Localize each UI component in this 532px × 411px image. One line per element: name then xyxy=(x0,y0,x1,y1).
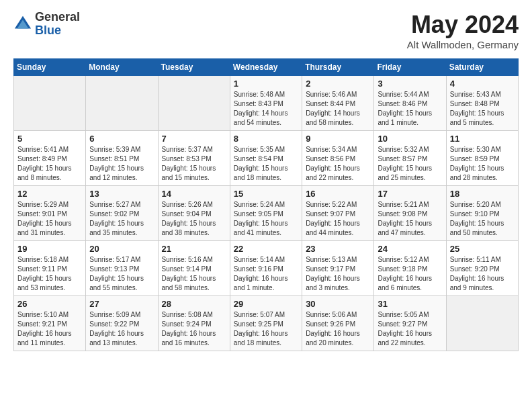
day-cell: 27Sunrise: 5:09 AM Sunset: 9:22 PM Dayli… xyxy=(86,296,158,351)
day-number: 7 xyxy=(162,134,226,144)
day-info: Sunrise: 5:32 AM Sunset: 8:57 PM Dayligh… xyxy=(378,145,442,183)
logo-icon xyxy=(13,15,32,34)
day-cell: 24Sunrise: 5:12 AM Sunset: 9:18 PM Dayli… xyxy=(374,241,446,296)
day-info: Sunrise: 5:26 AM Sunset: 9:04 PM Dayligh… xyxy=(162,200,226,238)
day-cell: 14Sunrise: 5:26 AM Sunset: 9:04 PM Dayli… xyxy=(158,186,230,241)
day-info: Sunrise: 5:05 AM Sunset: 9:27 PM Dayligh… xyxy=(378,310,442,348)
week-row-2: 5Sunrise: 5:41 AM Sunset: 8:49 PM Daylig… xyxy=(14,131,519,186)
day-number: 13 xyxy=(89,189,154,199)
day-info: Sunrise: 5:43 AM Sunset: 8:48 PM Dayligh… xyxy=(450,90,515,128)
day-info: Sunrise: 5:22 AM Sunset: 9:07 PM Dayligh… xyxy=(306,200,370,238)
day-number: 17 xyxy=(378,189,442,199)
day-info: Sunrise: 5:27 AM Sunset: 9:02 PM Dayligh… xyxy=(89,200,154,238)
day-info: Sunrise: 5:14 AM Sunset: 9:16 PM Dayligh… xyxy=(234,255,298,293)
day-cell: 31Sunrise: 5:05 AM Sunset: 9:27 PM Dayli… xyxy=(374,296,446,351)
day-number: 25 xyxy=(450,244,515,254)
weekday-header-row: Sunday Monday Tuesday Wednesday Thursday… xyxy=(14,59,519,76)
header-wednesday: Wednesday xyxy=(230,59,302,76)
day-cell xyxy=(86,76,158,131)
day-number: 23 xyxy=(306,244,370,254)
day-cell: 26Sunrise: 5:10 AM Sunset: 9:21 PM Dayli… xyxy=(14,296,86,351)
day-cell: 9Sunrise: 5:34 AM Sunset: 8:56 PM Daylig… xyxy=(302,131,374,186)
day-number: 26 xyxy=(17,299,82,309)
day-cell: 23Sunrise: 5:13 AM Sunset: 9:17 PM Dayli… xyxy=(302,241,374,296)
day-info: Sunrise: 5:44 AM Sunset: 8:46 PM Dayligh… xyxy=(378,90,442,128)
day-info: Sunrise: 5:41 AM Sunset: 8:49 PM Dayligh… xyxy=(17,145,82,183)
day-number: 8 xyxy=(234,134,298,144)
day-number: 16 xyxy=(306,189,370,199)
day-info: Sunrise: 5:08 AM Sunset: 9:24 PM Dayligh… xyxy=(162,310,226,348)
day-info: Sunrise: 5:11 AM Sunset: 9:20 PM Dayligh… xyxy=(450,255,515,293)
calendar-title: May 2024 xyxy=(407,11,519,39)
week-row-3: 12Sunrise: 5:29 AM Sunset: 9:01 PM Dayli… xyxy=(14,186,519,241)
day-number: 29 xyxy=(234,299,298,309)
day-info: Sunrise: 5:24 AM Sunset: 9:05 PM Dayligh… xyxy=(234,200,298,238)
day-number: 30 xyxy=(306,299,370,309)
day-number: 2 xyxy=(306,79,370,89)
logo-general-text: General xyxy=(35,11,80,24)
calendar-location: Alt Wallmoden, Germany xyxy=(407,39,519,50)
day-number: 6 xyxy=(89,134,154,144)
header-monday: Monday xyxy=(86,59,158,76)
day-info: Sunrise: 5:35 AM Sunset: 8:54 PM Dayligh… xyxy=(234,145,298,183)
day-cell: 22Sunrise: 5:14 AM Sunset: 9:16 PM Dayli… xyxy=(230,241,302,296)
day-number: 18 xyxy=(450,189,515,199)
header-thursday: Thursday xyxy=(302,59,374,76)
day-number: 9 xyxy=(306,134,370,144)
day-info: Sunrise: 5:20 AM Sunset: 9:10 PM Dayligh… xyxy=(450,200,515,238)
day-info: Sunrise: 5:37 AM Sunset: 8:53 PM Dayligh… xyxy=(162,145,226,183)
day-info: Sunrise: 5:09 AM Sunset: 9:22 PM Dayligh… xyxy=(89,310,154,348)
day-cell: 8Sunrise: 5:35 AM Sunset: 8:54 PM Daylig… xyxy=(230,131,302,186)
day-cell: 10Sunrise: 5:32 AM Sunset: 8:57 PM Dayli… xyxy=(374,131,446,186)
day-cell: 6Sunrise: 5:39 AM Sunset: 8:51 PM Daylig… xyxy=(86,131,158,186)
day-cell: 4Sunrise: 5:43 AM Sunset: 8:48 PM Daylig… xyxy=(446,76,518,131)
logo-blue-text: Blue xyxy=(35,24,80,38)
title-block: May 2024 Alt Wallmoden, Germany xyxy=(407,11,519,50)
day-number: 28 xyxy=(162,299,226,309)
day-info: Sunrise: 5:06 AM Sunset: 9:26 PM Dayligh… xyxy=(306,310,370,348)
day-number: 19 xyxy=(17,244,82,254)
day-info: Sunrise: 5:21 AM Sunset: 9:08 PM Dayligh… xyxy=(378,200,442,238)
day-cell: 1Sunrise: 5:48 AM Sunset: 8:43 PM Daylig… xyxy=(230,76,302,131)
day-number: 5 xyxy=(17,134,82,144)
page-header: General Blue May 2024 Alt Wallmoden, Ger… xyxy=(13,11,519,50)
day-cell: 11Sunrise: 5:30 AM Sunset: 8:59 PM Dayli… xyxy=(446,131,518,186)
day-cell: 2Sunrise: 5:46 AM Sunset: 8:44 PM Daylig… xyxy=(302,76,374,131)
calendar-table: Sunday Monday Tuesday Wednesday Thursday… xyxy=(13,58,519,351)
day-info: Sunrise: 5:18 AM Sunset: 9:11 PM Dayligh… xyxy=(17,255,82,293)
day-info: Sunrise: 5:39 AM Sunset: 8:51 PM Dayligh… xyxy=(89,145,154,183)
day-cell: 21Sunrise: 5:16 AM Sunset: 9:14 PM Dayli… xyxy=(158,241,230,296)
day-cell: 29Sunrise: 5:07 AM Sunset: 9:25 PM Dayli… xyxy=(230,296,302,351)
day-number: 21 xyxy=(162,244,226,254)
day-number: 31 xyxy=(378,299,442,309)
logo: General Blue xyxy=(13,11,80,38)
day-cell: 12Sunrise: 5:29 AM Sunset: 9:01 PM Dayli… xyxy=(14,186,86,241)
day-number: 10 xyxy=(378,134,442,144)
day-number: 24 xyxy=(378,244,442,254)
day-cell: 20Sunrise: 5:17 AM Sunset: 9:13 PM Dayli… xyxy=(86,241,158,296)
day-cell: 13Sunrise: 5:27 AM Sunset: 9:02 PM Dayli… xyxy=(86,186,158,241)
day-info: Sunrise: 5:48 AM Sunset: 8:43 PM Dayligh… xyxy=(234,90,298,128)
day-cell: 15Sunrise: 5:24 AM Sunset: 9:05 PM Dayli… xyxy=(230,186,302,241)
day-info: Sunrise: 5:07 AM Sunset: 9:25 PM Dayligh… xyxy=(234,310,298,348)
day-cell: 19Sunrise: 5:18 AM Sunset: 9:11 PM Dayli… xyxy=(14,241,86,296)
day-info: Sunrise: 5:12 AM Sunset: 9:18 PM Dayligh… xyxy=(378,255,442,293)
header-saturday: Saturday xyxy=(446,59,518,76)
day-number: 12 xyxy=(17,189,82,199)
header-tuesday: Tuesday xyxy=(158,59,230,76)
day-info: Sunrise: 5:34 AM Sunset: 8:56 PM Dayligh… xyxy=(306,145,370,183)
week-row-4: 19Sunrise: 5:18 AM Sunset: 9:11 PM Dayli… xyxy=(14,241,519,296)
day-cell xyxy=(14,76,86,131)
week-row-1: 1Sunrise: 5:48 AM Sunset: 8:43 PM Daylig… xyxy=(14,76,519,131)
day-cell: 5Sunrise: 5:41 AM Sunset: 8:49 PM Daylig… xyxy=(14,131,86,186)
day-number: 20 xyxy=(89,244,154,254)
day-cell: 7Sunrise: 5:37 AM Sunset: 8:53 PM Daylig… xyxy=(158,131,230,186)
day-number: 14 xyxy=(162,189,226,199)
day-info: Sunrise: 5:17 AM Sunset: 9:13 PM Dayligh… xyxy=(89,255,154,293)
day-number: 4 xyxy=(450,79,515,89)
header-friday: Friday xyxy=(374,59,446,76)
week-row-5: 26Sunrise: 5:10 AM Sunset: 9:21 PM Dayli… xyxy=(14,296,519,351)
day-info: Sunrise: 5:46 AM Sunset: 8:44 PM Dayligh… xyxy=(306,90,370,128)
day-number: 22 xyxy=(234,244,298,254)
day-cell xyxy=(446,296,518,351)
